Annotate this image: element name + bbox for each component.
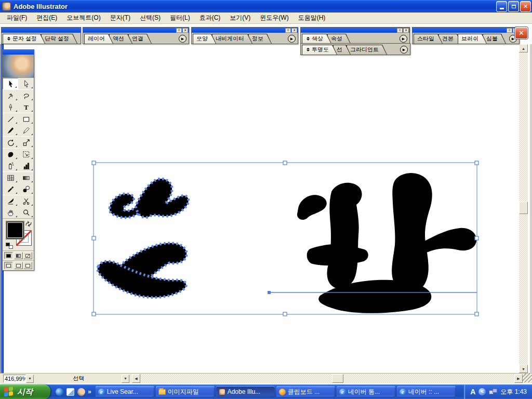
horizontal-scroll-thumb[interactable] — [332, 374, 343, 383]
fullscreen-mode-button[interactable] — [23, 262, 32, 269]
outlook-express-icon[interactable] — [66, 388, 74, 396]
tool-rotate[interactable] — [3, 137, 18, 148]
palette-tab-투명도[interactable]: 투명도 — [302, 45, 337, 55]
palette-close-button[interactable]: x — [182, 28, 188, 33]
tool-pen[interactable] — [3, 101, 18, 113]
tool-paintbrush[interactable] — [3, 125, 18, 136]
start-button[interactable]: 시작 — [0, 384, 50, 399]
taskbar-button[interactable]: 클립보드 ... — [276, 386, 335, 397]
zoom-level-field[interactable]: 416,99% — [3, 375, 26, 383]
palette-tab-단락 설정[interactable]: 단락 설정 — [41, 34, 77, 44]
tool-blend[interactable] — [18, 183, 34, 195]
palette-tab-레이어[interactable]: 레이어 — [84, 34, 113, 44]
menu-item[interactable]: 편집(E) — [32, 12, 62, 23]
taskbar-button[interactable]: eLive Sear... — [96, 386, 154, 397]
palette-minimize-button[interactable]: ▫ — [176, 28, 182, 33]
tool-eyedropper[interactable] — [3, 183, 18, 195]
menu-item[interactable]: 필터(L) — [165, 12, 195, 23]
fill-swatch-black[interactable] — [7, 222, 23, 238]
restore-button[interactable] — [508, 1, 519, 12]
swap-fill-stroke-icon[interactable] — [25, 221, 32, 227]
palette-group-appearance[interactable]: ▫x모양내비게이터정보▶ — [191, 27, 298, 44]
palette-title-bar[interactable]: ▫x — [83, 28, 189, 33]
minimize-button[interactable] — [496, 1, 507, 12]
tool-zoom[interactable] — [18, 207, 34, 218]
palette-tab-속성[interactable]: 속성 — [327, 34, 351, 44]
palette-title-bar[interactable] — [2, 28, 81, 33]
taskbar-button[interactable]: Adobe Illu... — [216, 386, 275, 397]
palette-group-layers[interactable]: ▫x레이어액션연결▶ — [83, 27, 189, 44]
tool-warp[interactable] — [3, 149, 18, 160]
tool-column-graph[interactable] — [18, 160, 34, 171]
palette-group-styles[interactable]: ▫x스타일견본브러쉬심볼▶ — [412, 27, 520, 44]
scroll-up-button[interactable]: ▲ — [519, 44, 528, 52]
palette-tab-심볼[interactable]: 심볼 — [483, 34, 506, 44]
palette-minimize-button[interactable]: ▫ — [285, 28, 291, 33]
palette-tab-정보[interactable]: 정보 — [248, 34, 272, 44]
tool-lasso[interactable] — [18, 90, 34, 101]
tray-chevron-icon[interactable]: < — [478, 388, 486, 395]
palette-title-bar[interactable]: ▫x — [301, 28, 409, 33]
tool-selection[interactable] — [3, 78, 18, 89]
palette-tab-스타일[interactable]: 스타일 — [414, 34, 443, 44]
menu-item[interactable]: 윈도우(W) — [255, 12, 293, 23]
palette-group-character[interactable]: 문자 설정단락 설정 — [1, 27, 81, 44]
tool-gradient[interactable] — [18, 172, 34, 183]
menu-item[interactable]: 문자(T) — [105, 12, 135, 23]
palette-tab-그라디언트[interactable]: 그라디언트 — [347, 45, 387, 55]
fullscreen-menu-mode-button[interactable] — [14, 262, 23, 269]
tool-slice[interactable] — [3, 195, 18, 207]
taskbar-button[interactable]: e네이버 :: ... — [397, 386, 456, 397]
palette-group-color[interactable]: ▫x색상속성▶ — [300, 27, 410, 44]
palette-tab-내비게이터[interactable]: 내비게이터 — [212, 34, 252, 44]
status-dropdown-button[interactable]: ▼ — [122, 375, 129, 383]
tool-type[interactable]: T — [18, 101, 34, 113]
palette-group-transparency[interactable]: 투명도선그라디언트▶ — [300, 43, 410, 55]
tool-rectangle[interactable] — [18, 113, 34, 125]
scroll-left-button[interactable]: ◀ — [132, 374, 140, 383]
tool-direct-selection[interactable] — [18, 78, 34, 89]
menu-item[interactable]: 파일(F) — [2, 12, 32, 23]
tool-line-segment[interactable] — [3, 113, 18, 125]
menu-item[interactable]: 보기(V) — [225, 12, 255, 23]
palette-menu-arrow-icon[interactable]: ▶ — [179, 35, 187, 43]
tool-symbol-sprayer[interactable] — [3, 160, 18, 171]
palette-expander-icon[interactable] — [305, 36, 310, 42]
tool-pencil[interactable] — [18, 125, 34, 136]
palette-tab-브러쉬[interactable]: 브러쉬 — [458, 34, 487, 44]
network-icon[interactable] — [489, 389, 497, 395]
artwork-layer[interactable] — [0, 0, 532, 399]
toolbox-title-bar[interactable] — [3, 50, 34, 55]
vertical-scrollbar[interactable]: ▲ ▼ — [519, 44, 528, 373]
palette-minimize-button[interactable]: ▫ — [397, 28, 403, 33]
internet-explorer-icon[interactable] — [56, 388, 63, 396]
menu-item[interactable]: 효과(C) — [195, 12, 225, 23]
quick-launch-overflow-icon[interactable]: » — [88, 388, 91, 395]
tool-hand[interactable] — [3, 207, 18, 218]
palette-tab-색상[interactable]: 색상 — [302, 34, 331, 44]
menu-item[interactable]: 오브젝트(O) — [62, 12, 105, 23]
standard-screen-mode-button[interactable] — [4, 262, 13, 269]
menu-item[interactable]: 선택(S) — [135, 12, 165, 23]
tool-scissors[interactable] — [18, 195, 34, 207]
window-resize-grip[interactable] — [523, 374, 532, 382]
tool-scale[interactable] — [18, 137, 34, 148]
palette-title-bar[interactable]: ▫x — [413, 28, 519, 33]
palette-menu-arrow-icon[interactable]: ▶ — [400, 35, 407, 43]
none-paint-button[interactable] — [23, 252, 32, 259]
gradient-paint-button[interactable] — [14, 252, 23, 259]
palette-title-bar[interactable]: ▫x — [192, 28, 298, 33]
taskbar-button[interactable]: e네이버 통... — [337, 386, 395, 397]
palette-expander-icon[interactable] — [305, 47, 310, 52]
tool-mesh[interactable] — [3, 172, 18, 183]
palette-menu-arrow-icon[interactable]: ▶ — [400, 46, 408, 54]
color-paint-button[interactable] — [4, 252, 13, 259]
scroll-right-button[interactable]: ▶ — [514, 374, 523, 383]
tool-free-transform[interactable] — [18, 149, 34, 160]
document-close-button[interactable]: ✕ — [515, 27, 528, 39]
artwork-left-calligraphy[interactable] — [98, 179, 189, 297]
menu-item[interactable]: 도움말(H) — [294, 12, 330, 23]
vertical-scroll-thumb[interactable] — [519, 202, 528, 214]
illustrator-icon[interactable] — [77, 388, 85, 396]
palette-tab-문자 설정[interactable]: 문자 설정 — [3, 34, 45, 44]
